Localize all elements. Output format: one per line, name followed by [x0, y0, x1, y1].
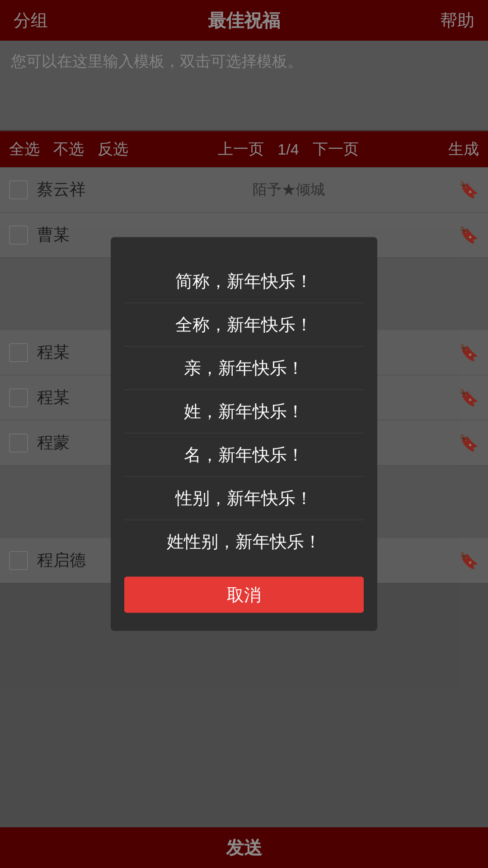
modal-option-fullname[interactable]: 全称，新年快乐！ [124, 303, 364, 347]
modal-option-surname[interactable]: 姓，新年快乐！ [124, 390, 364, 434]
modal-option-gender[interactable]: 性别，新年快乐！ [124, 477, 364, 520]
modal-option-surname-gender[interactable]: 姓性别，新年快乐！ [124, 520, 364, 563]
modal-cancel-button[interactable]: 取消 [124, 577, 364, 613]
modal-option-dear[interactable]: 亲，新年快乐！ [124, 347, 364, 390]
modal-option-firstname[interactable]: 名，新年快乐！ [124, 434, 364, 477]
modal-dialog: 简称，新年快乐！ 全称，新年快乐！ 亲，新年快乐！ 姓，新年快乐！ 名，新年快乐… [111, 237, 377, 631]
modal-option-shortname[interactable]: 简称，新年快乐！ [124, 260, 364, 303]
